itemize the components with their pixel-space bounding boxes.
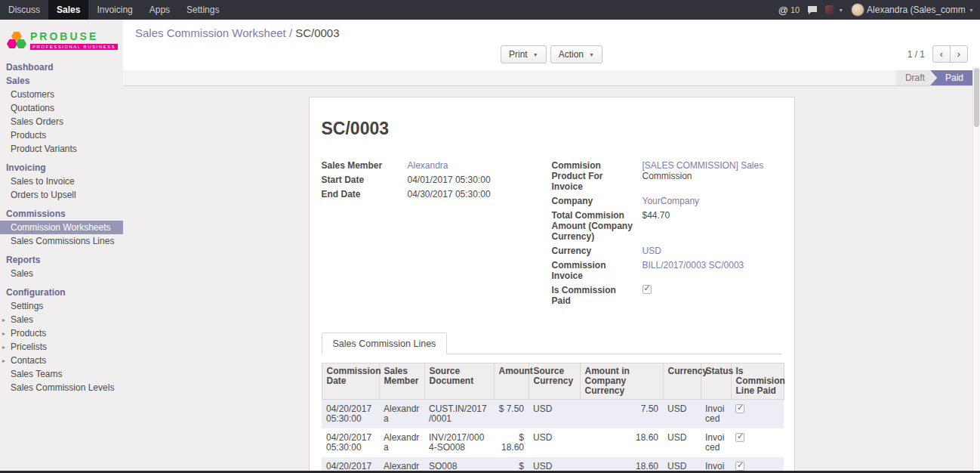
field-sales-member: Sales Member Alexandra	[322, 160, 544, 171]
sidebar-item-config-products[interactable]: ▸Products	[0, 326, 123, 340]
sidebar-item-sales-to-invoice[interactable]: Sales to Invoice	[0, 175, 123, 188]
print-button[interactable]: Print ▼	[501, 45, 547, 63]
sidebar-heading-dashboard[interactable]: Dashboard	[0, 60, 123, 74]
col-amount[interactable]: Amount	[494, 363, 529, 400]
sidebar-heading-sales[interactable]: Sales	[0, 74, 123, 88]
expand-caret-icon: ▸	[2, 356, 8, 366]
systray: @ 10 ▼ Alexandra (Sales_comm... ▼	[778, 0, 980, 20]
col-sales-member[interactable]: Sales Member	[379, 363, 424, 400]
user-menu-button[interactable]: Alexandra (Sales_comm... ▼	[851, 3, 974, 17]
vertical-scrollbar[interactable]	[972, 66, 980, 471]
sales-member-link[interactable]: Alexandra	[408, 160, 448, 171]
field-end-date: End Date 04/30/2017 05:30:00	[322, 189, 544, 199]
is-commission-paid-checkbox[interactable]	[643, 285, 652, 294]
sidebar-item-commission-worksheets[interactable]: Commission Worksheets	[0, 221, 123, 234]
user-name: Alexandra (Sales_comm...	[867, 5, 965, 15]
sidebar-item-contacts[interactable]: ▸Contacts	[0, 354, 123, 367]
sidebar-item-customers[interactable]: Customers	[0, 88, 123, 101]
table-row[interactable]: 04/20/2017 10:35:53 Alexandra SO008 $ 18…	[322, 457, 784, 471]
sidebar-item-config-sales[interactable]: ▸Sales	[0, 313, 123, 326]
breadcrumb: Sales Commission Worksheet /SC/0003	[135, 26, 968, 39]
sidebar-item-sales-commissions-lines[interactable]: Sales Commissions Lines	[0, 234, 123, 248]
action-button[interactable]: Action ▼	[550, 45, 602, 63]
sidebar-heading-invoicing[interactable]: Invoicing	[0, 161, 123, 175]
top-menubar: Discuss Sales Invoicing Apps Settings @ …	[0, 0, 980, 20]
sidebar-heading-commissions[interactable]: Commissions	[0, 207, 123, 221]
mention-icon: @	[778, 5, 788, 16]
tab-sales-commission-lines[interactable]: Sales Commission Lines	[322, 332, 448, 354]
col-is-commission-line-paid[interactable]: Is Commision Line Paid	[731, 363, 784, 400]
table-header-row: Commission Date Sales Member Source Docu…	[322, 363, 784, 400]
chat-icon	[807, 5, 818, 15]
notebook: Sales Commission Lines Commission Date S…	[322, 332, 782, 471]
statusbar: Draft Paid	[123, 70, 980, 86]
menu-discuss[interactable]: Discuss	[0, 0, 48, 20]
field-commission-invoice: Commission Invoice BILL/2017/0003 SC/000…	[552, 260, 775, 281]
expand-caret-icon: ▸	[2, 329, 8, 339]
form-sheet: SC/0003 Sales Member Alexandra Start Dat…	[309, 97, 795, 471]
form-view: SC/0003 Sales Member Alexandra Start Dat…	[123, 86, 980, 471]
pager-next-button[interactable]: ›	[950, 45, 968, 63]
pager: 1 / 1 ‹ ›	[908, 45, 968, 63]
sidebar-item-orders-to-upsell[interactable]: Orders to Upsell	[0, 188, 123, 202]
line-paid-checkbox[interactable]	[735, 462, 744, 471]
table-row[interactable]: 04/20/2017 05:30:00 Alexandra CUST.IN/20…	[322, 400, 784, 429]
breadcrumb-worksheets-link[interactable]: Sales Commission Worksheet /	[135, 26, 292, 39]
sidebar-item-sales-orders[interactable]: Sales Orders	[0, 115, 123, 128]
table-row[interactable]: 04/20/2017 05:30:00 Alexandra INV/2017/0…	[322, 428, 784, 457]
sidebar-item-product-variants[interactable]: Product Variants	[0, 142, 123, 156]
col-commission-date[interactable]: Commission Date	[322, 363, 379, 400]
probuse-logo[interactable]: PROBUSE PROFESSIONAL BUSINESS	[0, 20, 123, 60]
line-paid-checkbox[interactable]	[735, 404, 744, 413]
control-panel: Sales Commission Worksheet /SC/0003 Prin…	[123, 20, 980, 70]
expand-caret-icon: ▸	[2, 315, 8, 325]
sidebar-item-sales-teams[interactable]: Sales Teams	[0, 367, 123, 381]
start-date-value: 04/01/2017 05:30:00	[408, 175, 491, 185]
field-groups: Sales Member Alexandra Start Date 04/01/…	[322, 160, 782, 310]
scrollbar-thumb[interactable]	[974, 68, 979, 127]
secondary-menu-sidebar: PROBUSE PROFESSIONAL BUSINESS Dashboard …	[0, 20, 123, 471]
sidebar-item-sales-commission-levels[interactable]: Sales Commission Levels	[0, 381, 123, 394]
col-currency[interactable]: Currency	[663, 363, 701, 400]
sidebar-item-reports-sales[interactable]: Sales	[0, 267, 123, 280]
mention-count: 10	[790, 5, 800, 14]
control-panel-buttons: Print ▼ Action ▼ 1 / 1 ‹ ›	[135, 45, 968, 63]
field-company: Company YourCompany	[552, 196, 775, 206]
user-avatar	[851, 3, 864, 17]
chevron-down-icon: ▼	[589, 52, 594, 57]
sidebar-item-pricelists[interactable]: ▸Pricelists	[0, 340, 123, 354]
chevron-down-icon: ▼	[969, 8, 974, 13]
stage-draft[interactable]: Draft	[896, 70, 937, 85]
col-amount-company-currency[interactable]: Amount in Company Currency	[580, 363, 663, 400]
end-date-value: 04/30/2017 05:30:00	[408, 189, 491, 199]
field-start-date: Start Date 04/01/2017 05:30:00	[322, 175, 544, 185]
messages-button[interactable]	[807, 5, 818, 15]
activities-icon	[825, 5, 834, 14]
line-paid-checkbox[interactable]	[735, 433, 744, 442]
activities-menu-button[interactable]: ▼	[825, 5, 843, 14]
menu-settings[interactable]: Settings	[178, 0, 227, 20]
col-source-document[interactable]: Source Document	[424, 363, 494, 400]
sidebar-item-settings[interactable]: Settings	[0, 299, 123, 313]
sidebar-item-products[interactable]: Products	[0, 128, 123, 142]
record-title: SC/0003	[322, 119, 782, 139]
breadcrumb-current: SC/0003	[295, 26, 339, 39]
currency-link[interactable]: USD	[643, 246, 661, 256]
mentions-button[interactable]: @ 10	[778, 5, 800, 16]
menu-apps[interactable]: Apps	[141, 0, 178, 20]
col-status[interactable]: Status	[701, 363, 731, 400]
sidebar-heading-reports[interactable]: Reports	[0, 253, 123, 267]
pager-value: 1 / 1	[908, 49, 925, 60]
menu-invoicing[interactable]: Invoicing	[88, 0, 140, 20]
menu-sales[interactable]: Sales	[48, 0, 88, 20]
pager-previous-button[interactable]: ‹	[932, 45, 951, 63]
col-source-currency[interactable]: Source Currency	[529, 363, 580, 400]
company-link[interactable]: YourCompany	[643, 196, 700, 206]
sidebar-heading-configuration[interactable]: Configuration	[0, 286, 123, 299]
commission-invoice-link[interactable]: BILL/2017/0003 SC/0003	[643, 260, 744, 271]
commission-product-link[interactable]: [SALES COMMISSION] Sales	[643, 160, 764, 171]
field-is-commission-paid: Is Commission Paid	[552, 285, 775, 306]
sidebar-item-quotations[interactable]: Quotations	[0, 101, 123, 115]
chevron-down-icon: ▼	[838, 8, 843, 13]
probuse-logo-icon	[8, 32, 26, 48]
